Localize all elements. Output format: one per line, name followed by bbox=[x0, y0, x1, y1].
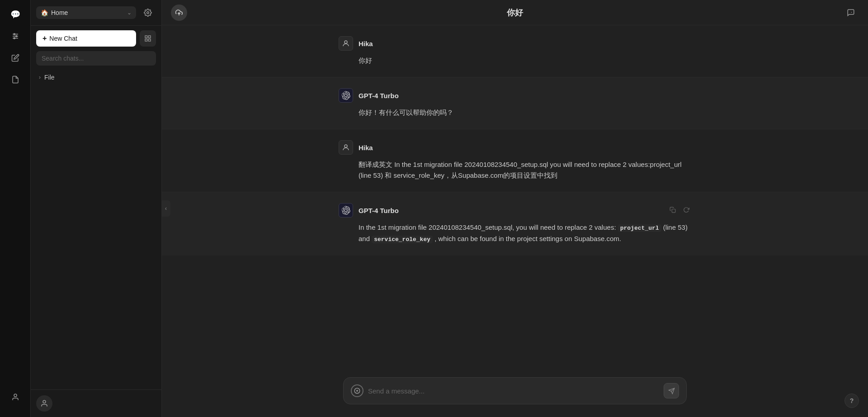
svg-point-4 bbox=[15, 36, 17, 37]
chat-icon-btn[interactable]: 💬 bbox=[6, 5, 24, 24]
sliders-icon bbox=[11, 32, 19, 40]
gpt-logo-icon bbox=[341, 91, 350, 100]
message-block: Hika 翻译成英文 In the 1st migration file 202… bbox=[162, 129, 868, 192]
new-chat-label: New Chat bbox=[49, 35, 77, 42]
input-container bbox=[343, 377, 687, 404]
message-author: GPT-4 Turbo bbox=[339, 88, 691, 103]
sidebar-item-file[interactable]: › File bbox=[36, 70, 156, 85]
edit-icon-btn[interactable] bbox=[6, 49, 24, 67]
pencil-icon bbox=[11, 54, 19, 62]
code-snippet: project_url bbox=[618, 224, 661, 232]
user-face-icon bbox=[342, 39, 350, 47]
compose-icon bbox=[144, 35, 151, 42]
gpt-logo-icon bbox=[341, 206, 350, 215]
file-icon bbox=[11, 76, 19, 84]
header-right bbox=[843, 5, 859, 21]
icon-bar: 💬 bbox=[0, 0, 31, 417]
upload-button[interactable] bbox=[171, 5, 187, 21]
sidebar: 🏠 Home ⌄ + New Chat › bbox=[31, 0, 162, 417]
svg-rect-8 bbox=[145, 36, 147, 38]
new-chat-button[interactable]: + New Chat bbox=[36, 30, 136, 47]
home-label: Home bbox=[51, 9, 68, 16]
upload-icon bbox=[175, 9, 183, 16]
svg-rect-17 bbox=[672, 209, 675, 213]
help-label: ? bbox=[850, 397, 854, 404]
svg-point-15 bbox=[344, 41, 347, 43]
svg-point-16 bbox=[344, 145, 347, 147]
sidebar-actions: + New Chat bbox=[31, 26, 161, 51]
input-area bbox=[162, 368, 868, 417]
sliders-icon-btn[interactable] bbox=[6, 27, 24, 45]
sidebar-list: › File bbox=[31, 70, 161, 389]
search-input[interactable] bbox=[36, 51, 156, 66]
sidebar-search bbox=[31, 51, 161, 70]
chevron-down-icon: ⌄ bbox=[127, 9, 132, 16]
svg-point-12 bbox=[43, 400, 46, 403]
user-avatar-icon bbox=[40, 399, 48, 408]
chevron-right-icon: › bbox=[39, 74, 41, 81]
user-avatar-button[interactable] bbox=[36, 395, 52, 412]
chat-header: 你好 bbox=[162, 0, 868, 25]
sidebar-item-label: File bbox=[44, 74, 55, 81]
message-content: In the 1st migration file 20240108234540… bbox=[339, 222, 691, 245]
message-author: Hika bbox=[339, 36, 691, 51]
gear-icon bbox=[144, 9, 152, 17]
message-block: GPT-4 Turbo 你好！有什么可以帮助你的吗？ bbox=[162, 77, 868, 129]
main-chat: 你好 Hika bbox=[162, 0, 868, 417]
message-block: GPT-4 Turbo bbox=[162, 192, 868, 256]
chat-edit-button[interactable] bbox=[843, 5, 859, 21]
user-avatar bbox=[339, 36, 353, 51]
copy-icon bbox=[670, 207, 676, 213]
file-icon-btn[interactable] bbox=[6, 71, 24, 89]
gpt-avatar bbox=[339, 88, 353, 103]
help-button[interactable]: ? bbox=[844, 393, 859, 408]
author-name: GPT-4 Turbo bbox=[359, 92, 399, 100]
attachment-button[interactable] bbox=[351, 384, 363, 397]
user-icon bbox=[11, 393, 19, 401]
author-name: GPT-4 Turbo bbox=[359, 207, 399, 214]
refresh-icon bbox=[683, 207, 689, 213]
user-icon-btn[interactable] bbox=[6, 388, 24, 406]
copy-button[interactable] bbox=[668, 206, 678, 215]
send-button[interactable] bbox=[664, 383, 679, 398]
author-name: Hika bbox=[359, 144, 373, 152]
author-name: Hika bbox=[359, 40, 373, 47]
home-icon: 🏠 bbox=[41, 9, 48, 16]
svg-point-7 bbox=[147, 12, 149, 14]
message-content: 你好！有什么可以帮助你的吗？ bbox=[339, 107, 691, 118]
page-title: 你好 bbox=[507, 7, 523, 18]
message-author: GPT-4 Turbo bbox=[339, 203, 691, 218]
svg-rect-9 bbox=[148, 36, 151, 38]
message-author: Hika bbox=[339, 140, 691, 155]
message-content: 翻译成英文 In the 1st migration file 20240108… bbox=[339, 159, 691, 181]
home-selector[interactable]: 🏠 Home ⌄ bbox=[36, 6, 136, 19]
message-block: Hika 你好 bbox=[162, 25, 868, 77]
user-face-icon bbox=[342, 143, 350, 152]
svg-rect-11 bbox=[148, 39, 151, 41]
plus-icon bbox=[354, 388, 360, 394]
header-left bbox=[171, 5, 187, 21]
message-input[interactable] bbox=[368, 387, 659, 395]
user-avatar bbox=[339, 140, 353, 155]
send-icon bbox=[668, 388, 675, 394]
collapse-icon: ‹ bbox=[165, 205, 167, 212]
svg-rect-10 bbox=[145, 39, 147, 41]
collapse-handle[interactable]: ‹ bbox=[161, 200, 170, 217]
svg-point-3 bbox=[14, 33, 15, 35]
svg-point-6 bbox=[14, 394, 17, 397]
settings-button[interactable] bbox=[140, 5, 156, 21]
sidebar-footer bbox=[31, 389, 161, 417]
messages-container: Hika 你好 GPT-4 Turbo 你好！有什么可以帮助你的吗？ bbox=[162, 25, 868, 368]
sidebar-header: 🏠 Home ⌄ bbox=[31, 0, 161, 26]
gpt-avatar bbox=[339, 203, 353, 218]
plus-icon: + bbox=[42, 34, 47, 43]
chat-edit-icon bbox=[847, 9, 855, 17]
message-content: 你好 bbox=[339, 55, 691, 66]
code-snippet: service_role_key bbox=[372, 236, 433, 243]
message-action-buttons bbox=[668, 206, 691, 215]
svg-point-5 bbox=[14, 38, 15, 39]
compose-button[interactable] bbox=[140, 30, 156, 47]
regenerate-button[interactable] bbox=[681, 206, 691, 215]
